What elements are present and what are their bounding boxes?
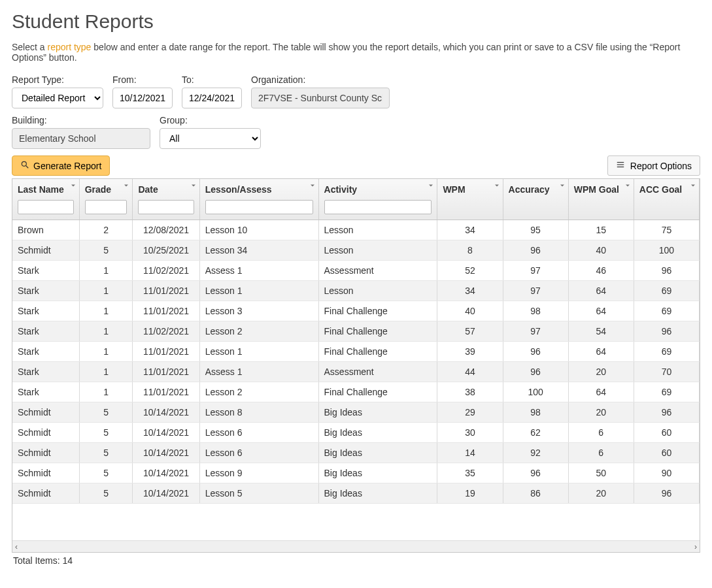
grid-scroll-area[interactable]: Brown212/08/2021Lesson 10Lesson34951575S… [12, 220, 700, 540]
cell-wgoal: 20 [568, 402, 634, 423]
cell-activity: Assessment [318, 362, 437, 382]
cell-activity: Big Ideas [318, 402, 437, 423]
cell-agoal: 96 [634, 321, 699, 342]
column-menu-icon[interactable] [624, 181, 632, 189]
column-menu-icon[interactable] [493, 181, 501, 189]
table-row[interactable]: Schmidt510/25/2021Lesson 34Lesson8964010… [12, 240, 700, 261]
table-row[interactable]: Schmidt510/14/2021Lesson 5Big Ideas19862… [12, 483, 700, 504]
cell-wpm: 19 [437, 483, 503, 504]
cell-last: Stark [12, 301, 79, 321]
cell-last: Schmidt [12, 402, 79, 423]
organization-label: Organization: [251, 74, 390, 85]
cell-date: 11/02/2021 [133, 261, 199, 281]
generate-report-button[interactable]: Generate Report [12, 155, 110, 176]
table-row[interactable]: Stark111/01/2021Lesson 3Final Challenge4… [12, 301, 700, 321]
total-items: Total Items: 14 [12, 553, 700, 568]
cell-wpm: 29 [437, 402, 503, 423]
column-menu-icon[interactable] [689, 181, 697, 189]
report-type-link[interactable]: report type [47, 42, 91, 52]
cell-acc: 97 [503, 261, 568, 281]
cell-acc: 96 [503, 342, 568, 362]
column-filter-grade[interactable] [85, 200, 127, 214]
cell-grade: 5 [79, 402, 133, 423]
column-header-date[interactable]: Date [133, 179, 199, 220]
column-header-wgoal[interactable]: WPM Goal [568, 179, 634, 220]
column-menu-icon[interactable] [69, 181, 77, 189]
cell-acc: 96 [503, 240, 568, 261]
cell-wpm: 35 [437, 463, 503, 483]
scroll-right-icon[interactable]: › [694, 542, 697, 551]
column-menu-icon[interactable] [122, 181, 130, 189]
cell-wgoal: 15 [568, 220, 634, 240]
cell-wpm: 40 [437, 301, 503, 321]
column-menu-icon[interactable] [427, 181, 435, 189]
cell-wpm: 8 [437, 240, 503, 261]
to-label: To: [182, 74, 242, 85]
column-header-activity[interactable]: Activity [318, 179, 437, 220]
cell-date: 10/14/2021 [133, 402, 199, 423]
table-row[interactable]: Stark111/01/2021Lesson 1Final Challenge3… [12, 342, 700, 362]
report-type-select[interactable]: Detailed Report [12, 88, 103, 108]
cell-acc: 95 [503, 220, 568, 240]
column-menu-icon[interactable] [309, 181, 316, 189]
cell-date: 11/02/2021 [133, 321, 199, 342]
horizontal-scrollbar[interactable]: ‹ › [12, 540, 700, 552]
from-date-input[interactable] [112, 88, 173, 108]
cell-lesson: Lesson 9 [199, 463, 318, 483]
cell-wpm: 57 [437, 321, 503, 342]
cell-date: 11/01/2021 [133, 301, 199, 321]
column-header-agoal[interactable]: ACC Goal [634, 179, 699, 220]
to-date-input[interactable] [182, 88, 242, 108]
cell-acc: 98 [503, 301, 568, 321]
column-filter-lesson[interactable] [205, 200, 313, 214]
cell-last: Stark [12, 362, 79, 382]
table-row[interactable]: Schmidt510/14/2021Lesson 8Big Ideas29982… [12, 402, 700, 423]
table-row[interactable]: Stark111/01/2021Assess 1Assessment449620… [12, 362, 700, 382]
building-field[interactable] [12, 128, 150, 149]
table-row[interactable]: Schmidt510/14/2021Lesson 9Big Ideas35965… [12, 463, 700, 483]
table-row[interactable]: Stark111/02/2021Lesson 2Final Challenge5… [12, 321, 700, 342]
generate-report-label: Generate Report [33, 161, 101, 171]
organization-field[interactable] [251, 88, 390, 108]
cell-wgoal: 20 [568, 362, 634, 382]
table-row[interactable]: Brown212/08/2021Lesson 10Lesson34951575 [12, 220, 700, 240]
cell-activity: Lesson [318, 281, 437, 301]
cell-wgoal: 54 [568, 321, 634, 342]
intro-post: below and enter a date range for the rep… [12, 42, 680, 63]
cell-grade: 1 [79, 342, 133, 362]
cell-wgoal: 64 [568, 382, 634, 402]
cell-lesson: Lesson 1 [199, 342, 318, 362]
table-row[interactable]: Schmidt510/14/2021Lesson 6Big Ideas30626… [12, 423, 700, 443]
column-header-label: Lesson/Assess [200, 179, 318, 197]
column-header-wpm[interactable]: WPM [437, 179, 503, 220]
column-filter-last[interactable] [18, 200, 74, 214]
column-filter-activity[interactable] [324, 200, 432, 214]
from-label: From: [112, 74, 173, 85]
column-header-acc[interactable]: Accuracy [503, 179, 568, 220]
cell-agoal: 96 [634, 402, 699, 423]
table-row[interactable]: Stark111/01/2021Lesson 1Lesson34976469 [12, 281, 700, 301]
column-menu-icon[interactable] [558, 181, 566, 189]
cell-grade: 1 [79, 362, 133, 382]
table-row[interactable]: Stark111/01/2021Lesson 2Final Challenge3… [12, 382, 700, 402]
cell-wpm: 30 [437, 423, 503, 443]
column-filter-date[interactable] [138, 200, 194, 214]
group-select[interactable]: All [160, 128, 261, 149]
column-header-lesson[interactable]: Lesson/Assess [199, 179, 318, 220]
cell-wgoal: 64 [568, 301, 634, 321]
cell-activity: Final Challenge [318, 342, 437, 362]
group-label: Group: [160, 115, 261, 125]
column-menu-icon[interactable] [190, 181, 197, 189]
report-options-button[interactable]: Report Options [607, 155, 700, 176]
table-row[interactable]: Stark111/02/2021Assess 1Assessment529746… [12, 261, 700, 281]
cell-activity: Lesson [318, 240, 437, 261]
cell-last: Stark [12, 382, 79, 402]
scroll-left-icon[interactable]: ‹ [15, 542, 18, 551]
column-header-grade[interactable]: Grade [79, 179, 133, 220]
cell-activity: Big Ideas [318, 443, 437, 463]
cell-lesson: Assess 1 [199, 261, 318, 281]
column-header-label: Activity [319, 179, 437, 197]
svg-line-1 [26, 166, 29, 169]
column-header-last[interactable]: Last Name [12, 179, 79, 220]
table-row[interactable]: Schmidt510/14/2021Lesson 6Big Ideas14926… [12, 443, 700, 463]
